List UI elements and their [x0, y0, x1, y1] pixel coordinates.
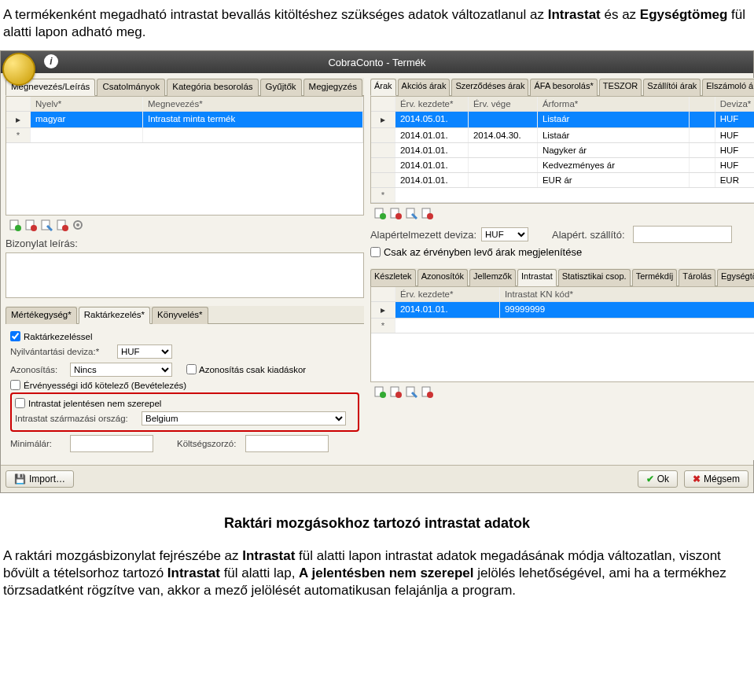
edit-icon[interactable]	[405, 385, 417, 398]
refresh-icon[interactable]	[56, 219, 68, 231]
footer: 💾 Import… ✔ Ok ✖ Mégsem	[1, 465, 753, 492]
table-row[interactable]: *	[371, 188, 754, 203]
chk-raktarkezelessel-label: Raktárkezeléssel	[24, 332, 93, 341]
tab-szerzodeses[interactable]: Szerződéses árak	[451, 79, 528, 96]
chk-intrastat-nem-szerepel[interactable]	[15, 398, 25, 408]
add-icon[interactable]	[373, 385, 386, 398]
col-blank	[690, 97, 715, 111]
outro-text: A raktári mozgásbizonylat fejrészébe az …	[0, 547, 754, 612]
svg-rect-6	[62, 225, 68, 231]
gear-icon[interactable]	[72, 219, 84, 231]
col-arforma: Árforma*	[538, 97, 690, 111]
default-deviza-select[interactable]: HUF	[481, 227, 528, 241]
cancel-button[interactable]: ✖ Mégsem	[684, 470, 748, 488]
chk-intrastat-nem-szerepel-label: Intrastat jelentésen nem szerepel	[28, 399, 161, 408]
chk-raktarkezelessel[interactable]	[10, 331, 20, 341]
koltsegszorzo-input[interactable]	[245, 435, 329, 452]
tab-kategoria[interactable]: Kategória besorolás	[167, 79, 258, 96]
chk-azonositas-kiadas[interactable]	[186, 364, 197, 374]
col-deviza: Deviza*	[715, 97, 754, 111]
tab-elszamolo[interactable]: Elszámoló ár	[702, 79, 754, 96]
table-row[interactable]: *	[371, 319, 754, 333]
chk-csak-erveny[interactable]	[370, 247, 381, 257]
delete-icon[interactable]	[389, 385, 402, 398]
delete-icon[interactable]	[389, 207, 402, 219]
svg-rect-15	[427, 213, 433, 219]
right-tabs: Árak Akciós árak Szerződéses árak ÁFA be…	[370, 78, 754, 96]
svg-point-8	[76, 223, 79, 227]
table-row[interactable]: ▸ 2014.01.01. 99999999 1	[371, 302, 754, 319]
tab-termekdij[interactable]: Termékdíj	[632, 269, 678, 286]
table-row[interactable]: 2014.01.01. Nagyker ár HUF 2 500	[371, 143, 754, 158]
ok-button[interactable]: ✔ Ok	[638, 470, 678, 488]
left-tabs: Megnevezés/Leírás Csatolmányok Kategória…	[6, 78, 364, 96]
add-icon[interactable]	[9, 219, 21, 231]
intro-text: A termékenként megadható intrastat beval…	[0, 0, 754, 50]
import-button[interactable]: 💾 Import…	[6, 470, 74, 488]
raktar-form: Raktárkezeléssel Nyilvántartási deviza:*…	[6, 324, 364, 460]
col-megnevezes: Megnevezés*	[143, 97, 363, 111]
col-erv-vege: Érv. vége	[469, 97, 538, 111]
default-deviza-label: Alapértelmezett deviza:	[370, 229, 476, 241]
bizonylat-textarea[interactable]	[6, 252, 364, 298]
tab-stat[interactable]: Statisztikai csop.	[558, 269, 631, 286]
left-panel: Megnevezés/Leírás Csatolmányok Kategória…	[6, 78, 364, 460]
svg-rect-12	[395, 213, 402, 219]
tab-szallitoi[interactable]: Szállítói árak	[643, 79, 701, 96]
refresh-icon[interactable]	[421, 385, 433, 398]
intrastat-highlight-box: Intrastat jelentésen nem szerepel Intras…	[10, 392, 359, 432]
tab-azonositok[interactable]: Azonosítók	[417, 269, 468, 286]
azonositas-select[interactable]: Nincs	[70, 363, 172, 377]
delete-icon[interactable]	[24, 219, 37, 231]
tab-gyujtok[interactable]: Gyűjtők	[260, 79, 302, 96]
grid-arak-toolbar	[370, 204, 754, 223]
table-row[interactable]: 2014.01.01. 2014.04.30. Listaár HUF 3 40…	[371, 128, 754, 143]
default-szallito-label: Alapért. szállító:	[552, 229, 625, 241]
chk-ervenyessegi[interactable]	[10, 380, 20, 390]
edit-icon[interactable]	[40, 219, 53, 231]
intrastat-orszag-select[interactable]: Belgium	[142, 411, 346, 426]
koltsegszorzo-label: Költségszorzó:	[177, 439, 236, 448]
tab-tarolas[interactable]: Tárolás	[679, 269, 715, 286]
svg-rect-10	[380, 213, 386, 219]
bizonylat-label: Bizonylat leírás:	[6, 238, 78, 249]
table-row[interactable]: ▸ 2014.05.01. Listaár HUF 3 300	[371, 112, 754, 128]
app-window: i CobraConto - Termék Megnevezés/Leírás …	[0, 50, 754, 493]
grid-intrastat[interactable]: Érv. kezdete* Intrastat KN kód* Szorzó* …	[370, 286, 754, 382]
default-szallito-input[interactable]	[633, 226, 732, 243]
intrastat-orszag-label: Intrastat származási ország:	[15, 414, 137, 423]
tab-megjegyzes[interactable]: Megjegyzés	[303, 79, 362, 96]
close-icon: ✖	[693, 473, 701, 484]
grid-megnevezes[interactable]: Nyelv* Megnevezés* ▸ magyar Intrastat mi…	[6, 96, 364, 216]
tab-csatolmanyok[interactable]: Csatolmányok	[97, 79, 165, 96]
info-icon[interactable]: i	[44, 54, 58, 68]
tab-intrastat[interactable]: Intrastat	[517, 269, 557, 286]
table-row[interactable]: 2014.01.01. EUR ár EUR 11,85	[371, 173, 754, 188]
tab-mertekegyseg[interactable]: Mértékegység*	[6, 307, 77, 324]
tab-jellemzok[interactable]: Jellemzők	[469, 269, 516, 286]
tab-arak[interactable]: Árak	[370, 79, 396, 96]
tab-teszor[interactable]: TESZOR	[599, 79, 642, 96]
refresh-icon[interactable]	[421, 207, 433, 219]
tab-konyveles[interactable]: Könyvelés*	[152, 307, 208, 324]
edit-icon[interactable]	[405, 207, 417, 219]
tab-keszletek[interactable]: Készletek	[370, 269, 416, 286]
grid-arak[interactable]: Érv. kezdete* Érv. vége Árforma* Deviza*…	[370, 96, 754, 204]
add-icon[interactable]	[373, 207, 386, 219]
minimalar-input[interactable]	[70, 435, 153, 452]
table-row[interactable]: *	[6, 128, 363, 143]
svg-rect-19	[395, 392, 402, 398]
col-intr-kn: Intrastat KN kód*	[500, 287, 754, 301]
app-logo	[2, 53, 35, 86]
grid-toolbar	[6, 216, 364, 234]
tab-egysegtomeg[interactable]: Egységtömeg	[717, 269, 754, 286]
window-title: CobraConto - Termék	[328, 57, 425, 68]
table-row[interactable]: 2014.01.01. Kedvezményes ár HUF 3 000	[371, 158, 754, 173]
chk-azonositas-kiadas-label: Azonosítás csak kiadáskor	[199, 365, 306, 374]
tab-akcios[interactable]: Akciós árak	[398, 79, 451, 96]
table-row[interactable]: ▸ magyar Intrastat minta termék	[6, 112, 363, 128]
nyilv-deviza-select[interactable]: HUF	[117, 344, 172, 359]
tab-raktarkezeles[interactable]: Raktárkezelés*	[79, 307, 150, 324]
tab-afa[interactable]: ÁFA besorolás*	[530, 79, 597, 96]
left-tabs2: Mértékegység* Raktárkezelés* Könyvelés*	[6, 306, 364, 324]
